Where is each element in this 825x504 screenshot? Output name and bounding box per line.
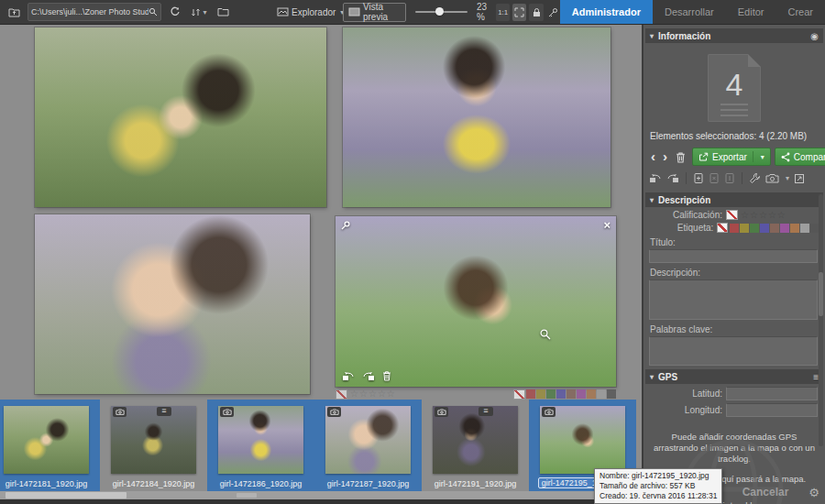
label-color-swatch[interactable] xyxy=(780,224,789,233)
zoom-slider[interactable] xyxy=(415,4,468,20)
label-color-swatch[interactable] xyxy=(740,224,749,233)
label-color-swatch[interactable] xyxy=(760,224,769,233)
rotate-left-icon[interactable] xyxy=(342,371,355,381)
thumbnail-menu-icon[interactable]: ≡ xyxy=(478,407,493,416)
label-color-swatch[interactable] xyxy=(546,389,556,399)
magnifier-icon[interactable] xyxy=(539,328,552,341)
label-color-swatch[interactable] xyxy=(566,389,576,399)
trash-icon[interactable] xyxy=(382,370,391,381)
photo-girl-closeup-lavender[interactable] xyxy=(35,214,310,394)
camera-badge-icon xyxy=(327,407,341,417)
no-rating-icon[interactable] xyxy=(726,210,738,220)
export-caret-icon[interactable]: ▾ xyxy=(761,153,764,161)
longitude-input[interactable] xyxy=(726,403,818,417)
refresh-button[interactable] xyxy=(165,4,185,20)
quick-search-button[interactable] xyxy=(546,4,560,21)
filmstrip-item[interactable]: ≡ girl-1472184_1920.jpg xyxy=(100,400,207,491)
lock-zoom-button[interactable] xyxy=(529,4,543,21)
top-toolbar: C:\Users\juli...\Zoner Photo Studio X ▾ … xyxy=(0,0,825,25)
description-textarea[interactable] xyxy=(649,279,818,320)
move-file-icon[interactable] xyxy=(709,172,720,184)
filmstrip-scrollbar-grip[interactable] xyxy=(236,493,257,498)
new-folder-button[interactable] xyxy=(213,4,233,20)
preview-photo[interactable]: × xyxy=(336,216,616,387)
label-color-swatch[interactable] xyxy=(536,389,545,399)
share-button[interactable]: Compartir xyxy=(775,148,825,166)
preview-toggle-button[interactable]: Vista previa xyxy=(343,3,406,22)
next-item-icon[interactable]: › xyxy=(661,150,669,163)
key-icon xyxy=(547,7,558,17)
rating-stars[interactable]: ☆☆☆☆☆ xyxy=(741,211,786,220)
label-color-swatch[interactable] xyxy=(587,389,596,399)
description-panel-header[interactable]: ▾ Descripción xyxy=(645,192,823,207)
label-color-swatch[interactable] xyxy=(790,224,799,233)
keywords-textarea[interactable] xyxy=(649,336,818,366)
rotate-right-icon[interactable] xyxy=(666,173,679,183)
tooltip-name: Nombre: girl-1472195_1920.jpg xyxy=(600,471,717,481)
no-rating-icon[interactable] xyxy=(336,389,347,400)
gps-panel-header[interactable]: ▾ GPS ≡ xyxy=(645,369,823,384)
label-color-swatch[interactable] xyxy=(526,389,535,399)
quick-edit-wrench-icon[interactable] xyxy=(749,172,761,184)
thumbnail-image[interactable] xyxy=(540,406,625,474)
sort-button[interactable]: ▾ xyxy=(189,4,209,20)
filmstrip-item[interactable]: ≡ girl-1472191_1920.jpg xyxy=(422,400,529,491)
copy-file-icon[interactable] xyxy=(693,172,704,184)
label-color-swatch[interactable] xyxy=(597,389,606,399)
panel-options-icon[interactable]: ◉ xyxy=(810,31,819,41)
thumbnail-image[interactable] xyxy=(4,406,89,474)
rotate-right-icon[interactable] xyxy=(362,371,375,381)
no-label-icon[interactable] xyxy=(717,223,728,233)
tab-desarrollar[interactable]: Desarrollar xyxy=(653,0,726,24)
tooltip-created: Creado: 19. června 2016 11:28:31 xyxy=(600,491,717,501)
camera-caret-icon[interactable]: ▾ xyxy=(786,174,789,182)
label-color-swatch[interactable] xyxy=(750,224,759,233)
thumbnail-menu-icon[interactable]: ≡ xyxy=(157,407,171,416)
zoom-slider-thumb[interactable] xyxy=(435,7,444,16)
delete-icon[interactable] xyxy=(676,151,686,163)
panel-scrollbar-thumb[interactable] xyxy=(819,272,823,316)
external-editor-icon[interactable] xyxy=(794,173,805,184)
tab-crear[interactable]: Crear xyxy=(776,0,825,24)
pin-icon[interactable] xyxy=(340,220,351,231)
tab-editor[interactable]: Editor xyxy=(726,0,776,24)
info-panel-header[interactable]: ▾ Información ◉ xyxy=(645,28,823,43)
filmstrip-item[interactable]: girl-1472181_1920.jpg xyxy=(0,400,100,491)
label-color-swatch[interactable] xyxy=(556,389,566,399)
filmstrip-item[interactable]: girl-1472186_1920.jpg xyxy=(207,400,314,491)
folder-up-button[interactable] xyxy=(4,4,24,20)
paste-file-icon[interactable] xyxy=(724,172,735,184)
label-color-swatch[interactable] xyxy=(577,389,586,399)
thumbnail-image[interactable] xyxy=(325,406,411,474)
photo-girl-lying-grass[interactable] xyxy=(35,27,326,207)
zoom-1to1-button[interactable]: 1:1 xyxy=(496,4,510,21)
no-label-icon[interactable] xyxy=(513,389,525,400)
thumbnail-image[interactable]: ≡ xyxy=(111,406,196,474)
gear-icon[interactable]: ⚙ xyxy=(808,486,820,499)
filmstrip-scrollbar[interactable] xyxy=(0,491,640,499)
rotate-left-icon[interactable] xyxy=(649,173,662,183)
tab-administrador[interactable]: Administrador xyxy=(560,0,653,24)
export-button[interactable]: Exportar ▾ xyxy=(692,148,771,166)
close-icon[interactable]: × xyxy=(603,219,610,231)
search-icon[interactable] xyxy=(148,7,158,16)
label-color-swatch[interactable] xyxy=(800,224,809,233)
label-color-swatch[interactable] xyxy=(607,389,616,399)
label-color-swatch[interactable] xyxy=(730,224,739,233)
thumbnail-image[interactable]: ≡ xyxy=(433,406,518,474)
label-color-swatch[interactable] xyxy=(770,224,779,233)
photo-girl-standing-lavender[interactable] xyxy=(343,27,610,207)
prev-item-icon[interactable]: ‹ xyxy=(649,150,657,163)
fit-to-screen-button[interactable] xyxy=(512,4,526,21)
camera-info-icon[interactable] xyxy=(765,173,779,183)
filmstrip-scrollbar-thumb[interactable] xyxy=(6,492,126,499)
filmstrip-item[interactable]: girl-1472187_1920.jpg xyxy=(314,400,422,491)
title-input[interactable] xyxy=(649,249,818,263)
thumbnail-image[interactable] xyxy=(218,406,303,474)
latitude-input[interactable] xyxy=(726,387,818,400)
path-input[interactable]: C:\Users\juli...\Zoner Photo Studio X xyxy=(28,3,161,21)
cancel-button[interactable]: Cancelar xyxy=(730,482,802,502)
panel-scrollbar[interactable] xyxy=(819,194,823,446)
preview-rating-stars[interactable]: ☆☆☆☆☆ xyxy=(350,389,396,399)
browser-mode-dropdown[interactable]: Explorador ▾ xyxy=(281,4,339,20)
